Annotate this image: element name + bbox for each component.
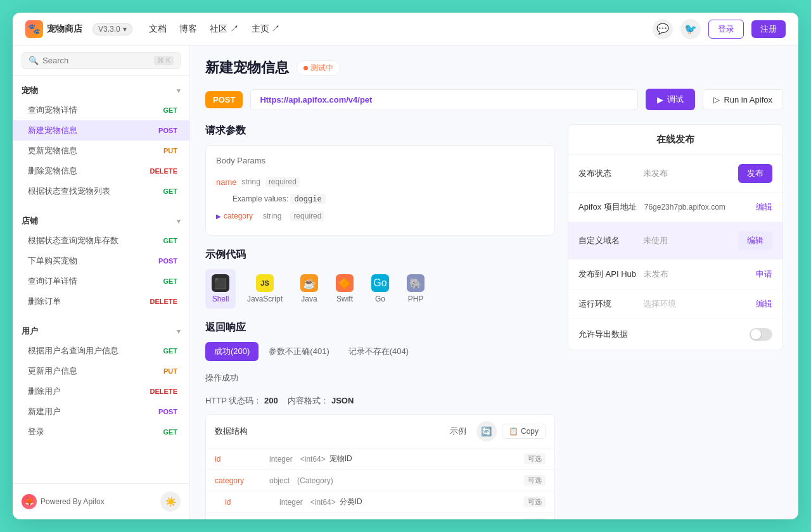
play-icon: ▶	[657, 95, 663, 104]
login-button[interactable]: 登录	[708, 20, 744, 39]
custom-domain-edit-btn[interactable]: 编辑	[738, 231, 772, 250]
sidebar-item-store-order-detail[interactable]: 查询订单详情 GET	[13, 271, 189, 291]
apifox-url-value: 76ge23h7pb.apifox.com	[644, 203, 748, 212]
example-label: 示例	[450, 426, 466, 437]
debug-button[interactable]: ▶ 调试	[646, 89, 695, 110]
table-actions: 示例 🔄 📋 Copy	[450, 421, 546, 441]
resp-tab-401[interactable]: 参数不正确(401)	[260, 342, 338, 361]
code-tab-php[interactable]: 🐘 PHP	[400, 269, 431, 308]
env-value: 选择环境	[643, 298, 748, 310]
nav-blog[interactable]: 博客	[179, 23, 197, 35]
chevron-icon: ▾	[177, 87, 181, 95]
apifox-url-label: Apifox 项目地址	[578, 201, 637, 213]
export-toggle[interactable]	[750, 328, 772, 341]
sidebar-item-user-delete[interactable]: 删除用户 DELETE	[13, 381, 189, 402]
code-tab-shell[interactable]: ⬛ Shell	[205, 269, 236, 308]
publish-card: 在线发布 发布状态 未发布 发布 Apifox 项目地址 76ge23h7pb.…	[568, 124, 783, 350]
swift-icon: 🔶	[336, 274, 354, 292]
sidebar-item-user-login[interactable]: 登录 GET	[13, 422, 189, 442]
footer-brand: 🦊 Powered By Apifox	[22, 494, 105, 509]
section-user-title: 用户	[22, 326, 38, 337]
param-example-value: doggie	[290, 194, 325, 204]
sidebar-item-store-inventory[interactable]: 根据状态查询宠物库存数 GET	[13, 231, 189, 251]
search-container: 🔍 ⌘ K	[13, 46, 189, 76]
endpoint-url: Https://api.apifox.com/v4/pet	[250, 89, 638, 110]
copy-button[interactable]: 📋 Copy	[502, 424, 546, 439]
sidebar-item-pet-delete[interactable]: 删除宠物信息 DELETE	[13, 161, 189, 181]
sidebar-item-user-update[interactable]: 更新用户信息 PUT	[13, 361, 189, 381]
endpoint-bar: POST Https://api.apifox.com/v4/pet ▶ 调试 …	[205, 89, 783, 110]
custom-domain-label: 自定义域名	[578, 235, 635, 246]
sidebar-item-pet-create[interactable]: 新建宠物信息 POST	[13, 120, 189, 141]
section-pets-header[interactable]: 宠物 ▾	[13, 81, 189, 100]
php-icon: 🐘	[407, 274, 425, 292]
share-icon-btn[interactable]: 🐦	[680, 19, 701, 39]
param-required: required	[265, 177, 300, 187]
run-icon: ▷	[713, 95, 720, 104]
sidebar-item-pet-list[interactable]: 根据状态查找宠物列表 GET	[13, 181, 189, 201]
search-input[interactable]	[42, 56, 150, 65]
publish-row-domain: 自定义域名 未使用 编辑	[568, 222, 782, 260]
section-store-header[interactable]: 店铺 ▾	[13, 212, 189, 231]
api-hub-apply-btn[interactable]: 申请	[756, 269, 772, 280]
data-table: 数据结构 示例 🔄 📋 Copy	[205, 414, 555, 519]
params-card: Body Params name string required Example…	[205, 145, 555, 236]
sidebar-item-user-query[interactable]: 根据用户名查询用户信息 GET	[13, 341, 189, 361]
publish-row-url: Apifox 项目地址 76ge23h7pb.apifox.com 编辑	[568, 193, 782, 222]
code-tab-swift[interactable]: 🔶 Swift	[329, 269, 360, 308]
right-column: 在线发布 发布状态 未发布 发布 Apifox 项目地址 76ge23h7pb.…	[568, 124, 783, 519]
publish-button[interactable]: 发布	[738, 164, 772, 183]
register-button[interactable]: 注册	[751, 20, 786, 38]
expand-btn[interactable]: ▶ category	[216, 212, 253, 220]
response-http-info: HTTP 状态码： 200 内容格式： JSON	[205, 395, 555, 407]
sidebar-footer: 🦊 Powered By Apifox ☀️	[13, 483, 189, 519]
publish-row-env: 运行环境 选择环境 编辑	[568, 289, 782, 319]
category-required: required	[290, 211, 324, 221]
refresh-icon-btn[interactable]: 🔄	[476, 421, 497, 441]
nav-community[interactable]: 社区 ↗	[210, 23, 239, 35]
app-title: 宠物商店	[47, 23, 82, 35]
sidebar-item-pet-detail[interactable]: 查询宠物详情 GET	[13, 100, 189, 120]
response-section: 返回响应 成功(200) 参数不正确(401) 记录不存在(404) 操作成功 …	[205, 321, 555, 519]
data-table-header: 数据结构 示例 🔄 📋 Copy	[206, 415, 554, 448]
code-tab-js[interactable]: JS JavaScript	[241, 269, 289, 308]
status-dot	[303, 66, 308, 70]
java-icon: ☕	[300, 274, 318, 292]
params-section: 请求参数 Body Params name string required Ex…	[205, 124, 555, 236]
sidebar-item-store-order-delete[interactable]: 删除订单 DELETE	[13, 291, 189, 312]
publish-title: 在线发布	[568, 125, 782, 155]
publish-row-status: 发布状态 未发布 发布	[568, 155, 782, 193]
logo-icon: 🐾	[25, 20, 43, 38]
wechat-icon-btn[interactable]: 💬	[653, 19, 673, 39]
section-user-header[interactable]: 用户 ▾	[13, 322, 189, 341]
publish-status-value: 未发布	[643, 168, 731, 179]
footer-brand-label: Powered By Apifox	[41, 497, 105, 506]
header: 🐾 宠物商店 V3.3.0 ▾ 文档 博客 社区 ↗ 主页 ↗ 💬 🐦 登录 注…	[13, 13, 798, 46]
code-tabs: ⬛ Shell JS JavaScript ☕ Java	[205, 269, 555, 308]
version-badge[interactable]: V3.3.0 ▾	[93, 23, 132, 35]
method-delete-badge: DELETE	[147, 167, 181, 175]
go-icon: Go	[371, 274, 389, 292]
section-pets: 宠物 ▾ 查询宠物详情 GET 新建宠物信息 POST 更新宠物信息 PUT 删…	[13, 76, 189, 206]
sidebar-item-user-create[interactable]: 新建用户 POST	[13, 402, 189, 422]
content-grid: 请求参数 Body Params name string required Ex…	[205, 124, 783, 519]
resp-tab-404[interactable]: 记录不存在(404)	[340, 342, 418, 361]
sidebar-item-pet-update[interactable]: 更新宠物信息 PUT	[13, 141, 189, 161]
url-path: /pet	[357, 95, 372, 104]
publish-row-export: 允许导出数据	[568, 319, 782, 350]
sidebar-item-store-order[interactable]: 下单购买宠物 POST	[13, 251, 189, 271]
data-row-category-name: name String 分类名 可选	[206, 513, 554, 519]
url-prefix: Https://api.apifox.com/v4	[260, 95, 357, 104]
code-tab-java[interactable]: ☕ Java	[294, 269, 324, 308]
code-tab-go[interactable]: Go Go	[365, 269, 395, 308]
body-params-label: Body Params	[216, 156, 544, 165]
run-button[interactable]: ▷ Run in Apifox	[703, 89, 783, 110]
resp-tab-200[interactable]: 成功(200)	[205, 342, 259, 361]
param-example-label: Example values: doggie	[233, 194, 326, 203]
theme-toggle-btn[interactable]: ☀️	[160, 491, 181, 512]
nav-docs[interactable]: 文档	[149, 23, 167, 35]
nav-home[interactable]: 主页 ↗	[252, 23, 281, 35]
search-box[interactable]: 🔍 ⌘ K	[22, 52, 181, 69]
env-edit-btn[interactable]: 编辑	[756, 298, 772, 310]
apifox-url-edit-btn[interactable]: 编辑	[756, 201, 772, 213]
